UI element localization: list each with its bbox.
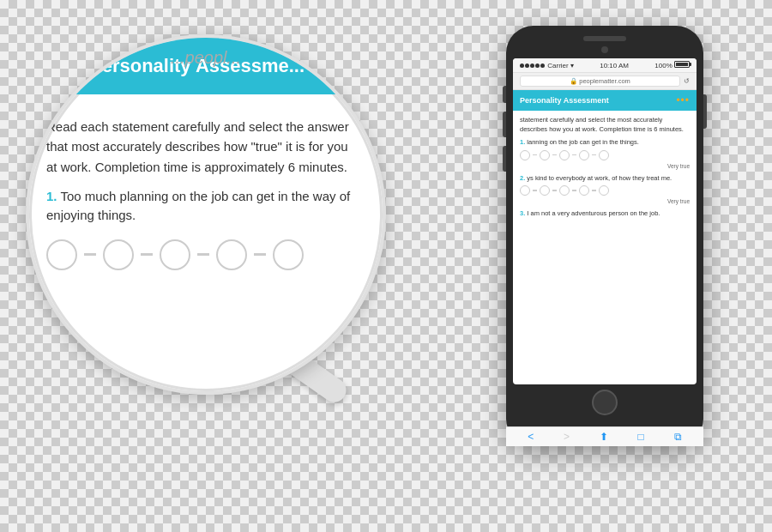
scale-dot-1[interactable]: [46, 239, 77, 270]
phone-q1-num: 1.: [520, 138, 525, 146]
phone-description: statement carefully and select the most …: [520, 116, 690, 134]
phone-very-true-2: Very true: [520, 197, 690, 205]
phone-time: 10:10 AM: [600, 62, 629, 70]
phone-dot1-2[interactable]: [540, 150, 550, 160]
phone-dot2-3[interactable]: [559, 185, 570, 196]
phone-nav-title: Personality Assessment: [520, 96, 609, 105]
phone-q3-text: I am not a very adventurous person on th…: [527, 209, 660, 217]
phone-dot1-1[interactable]: [520, 150, 530, 160]
magnifier-question1: 1. Too much planning on the job can get …: [46, 187, 357, 226]
phone-q1-text: lanning on the job can get in the things…: [527, 138, 639, 146]
phone-scale2: [520, 185, 690, 196]
phone-dot1-4[interactable]: [579, 150, 589, 160]
scale-line-2: [141, 253, 153, 256]
phone-mockup: ●●●●● Carrier Carrier ▾ 10:10 AM 100% 🔒 …: [506, 26, 703, 446]
phone-dot2-5[interactable]: [599, 185, 609, 196]
phone-home-button[interactable]: [592, 390, 618, 415]
phone-battery: 100%: [654, 61, 690, 70]
phone-power-button: [703, 94, 707, 129]
phone-nav-bar: Personality Assessment •••: [513, 90, 697, 111]
scale-dot-5[interactable]: [273, 239, 304, 270]
phone-scale1: [520, 150, 690, 160]
phone-question2: 2. ys kind to everybody at work, of how …: [520, 174, 690, 184]
phone-dot2-4[interactable]: [579, 185, 589, 196]
phone-content: statement carefully and select the most …: [513, 111, 697, 227]
phone-dot2-1[interactable]: [520, 185, 530, 196]
phone-signal: ●●●●● Carrier Carrier ▾: [520, 62, 574, 70]
phone-q2-num: 2.: [520, 174, 525, 182]
phone-question1: 1. lanning on the job can get in the thi…: [520, 138, 690, 148]
scale-line-3: [197, 253, 209, 256]
question1-number: 1.: [46, 189, 57, 203]
scale-dot-4[interactable]: [216, 239, 247, 270]
phone-address-bar[interactable]: 🔒 peoplematter.com ↺: [513, 73, 697, 90]
phone-mute-button: [503, 86, 506, 103]
magnifier-content: ...peopl... 8 Personality Assessme... Re…: [29, 38, 383, 391]
scale-line-1: [84, 253, 96, 256]
phone-address-text[interactable]: 🔒 peoplematter.com: [520, 76, 680, 87]
phone-question3: 3. I am not a very adventurous person on…: [520, 209, 690, 219]
scale-dot-3[interactable]: [160, 239, 190, 270]
phone-dot1-5[interactable]: [599, 150, 609, 160]
reload-icon[interactable]: ↺: [684, 77, 690, 85]
magnifier-description: Read each statement carefully and select…: [46, 105, 357, 177]
scale-line-4: [254, 253, 266, 256]
phone-very-true-1: Very true: [520, 162, 690, 170]
magnifier-circle: ...peopl... 8 Personality Assessme... Re…: [26, 34, 386, 395]
magnifier-scale: [46, 239, 357, 270]
scale-dot-2[interactable]: [103, 239, 134, 270]
phone-speaker: [583, 36, 626, 41]
phone-screen: ●●●●● Carrier Carrier ▾ 10:10 AM 100% 🔒 …: [513, 58, 697, 384]
phone-volume-down-button: [503, 146, 506, 172]
phone-q3-num: 3.: [520, 209, 525, 217]
question1-text: Too much planning on the job can get in …: [46, 189, 350, 223]
phone-nav-dots[interactable]: •••: [676, 94, 690, 106]
phone-status-bar: ●●●●● Carrier Carrier ▾ 10:10 AM 100%: [513, 58, 697, 73]
phone-dot2-2[interactable]: [540, 185, 550, 196]
magnifier-partial-top: ...peopl...: [29, 48, 383, 68]
phone-q2-text: ys kind to everybody at work, of how the…: [527, 174, 672, 182]
phone-volume-up-button: [503, 112, 506, 137]
phone-camera: [601, 46, 608, 53]
phone-dot1-3[interactable]: [559, 150, 570, 160]
